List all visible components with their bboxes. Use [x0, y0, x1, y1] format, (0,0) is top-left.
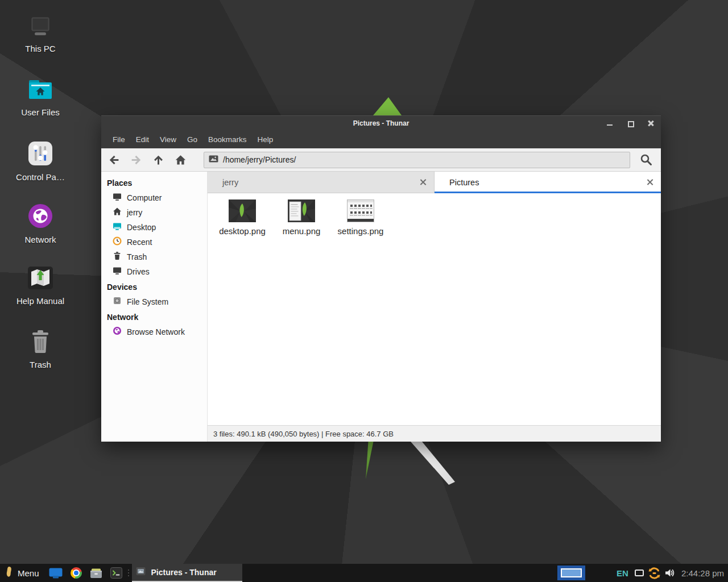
- panel-drag-handle[interactable]: [128, 569, 129, 576]
- sidebar-item-label: jerry: [127, 208, 142, 217]
- chrome-launcher[interactable]: [71, 567, 82, 579]
- sidebar-header-network: Network: [101, 309, 207, 325]
- tab-label: Pictures: [449, 178, 479, 187]
- menu-edit[interactable]: Edit: [131, 135, 155, 144]
- menu-view[interactable]: View: [155, 135, 182, 144]
- home-icon: [113, 207, 122, 218]
- menu-go[interactable]: Go: [182, 135, 203, 144]
- sidebar-item-label: Recent: [127, 238, 152, 247]
- file-name: menu.png: [283, 226, 321, 236]
- minimize-button[interactable]: [606, 120, 613, 127]
- volume-icon[interactable]: [665, 568, 676, 578]
- sliders-icon: [28, 141, 53, 168]
- file-menu-png[interactable]: menu.png: [274, 199, 329, 236]
- clock-icon: [113, 236, 122, 248]
- sidebar-item-label: Trash: [127, 252, 147, 261]
- taskbar-window-button[interactable]: Pictures - Thunar: [132, 564, 242, 582]
- up-button[interactable]: [150, 152, 167, 168]
- menu-bookmarks[interactable]: Bookmarks: [203, 135, 253, 144]
- desktop-icon-help-manual[interactable]: Help Manual: [6, 266, 75, 306]
- taskbar-clock[interactable]: 2:44:28 pm: [681, 568, 724, 578]
- thunar-window: Pictures - Thunar File Edit View Go Book…: [101, 115, 661, 442]
- file-settings-png[interactable]: settings.png: [333, 199, 388, 236]
- sidebar-item-label: Desktop: [127, 223, 156, 232]
- sidebar-item-computer[interactable]: Computer: [101, 190, 207, 205]
- desktop-icon-label: Network: [24, 235, 56, 244]
- file-name: settings.png: [338, 226, 384, 236]
- tab-close-icon[interactable]: [646, 178, 653, 186]
- image-thumbnail: [229, 199, 256, 222]
- sidebar-item-desktop[interactable]: Desktop: [101, 220, 207, 235]
- update-manager-icon[interactable]: [648, 567, 661, 580]
- status-text: 3 files: 490.1 kB (490,050 bytes) | Free…: [213, 430, 394, 438]
- desktop-icon-label: Help Manual: [16, 296, 64, 306]
- window-titlebar[interactable]: Pictures - Thunar: [101, 115, 661, 130]
- workspace-switcher[interactable]: [557, 566, 585, 580]
- start-menu-button[interactable]: Menu: [0, 564, 45, 582]
- tab-close-icon[interactable]: [419, 178, 427, 186]
- home-button[interactable]: [172, 152, 189, 168]
- image-thumbnail: [347, 199, 374, 222]
- tab-bar: jerry Pictures: [208, 172, 661, 193]
- menubar: File Edit View Go Bookmarks Help: [101, 130, 661, 148]
- file-view[interactable]: desktop.png menu.png: [208, 193, 661, 425]
- window-title: Pictures - Thunar: [353, 119, 410, 127]
- system-tray: EN 2:44:28 pm: [557, 566, 728, 580]
- tab-pictures[interactable]: Pictures: [435, 172, 661, 193]
- harddisk-icon: [113, 296, 122, 307]
- folder-home-icon: [27, 78, 53, 103]
- computer-icon: [113, 192, 122, 203]
- show-desktop-button[interactable]: [49, 568, 63, 579]
- close-button[interactable]: [647, 120, 654, 127]
- back-button[interactable]: [106, 152, 122, 168]
- desktop-icon-label: This PC: [25, 44, 55, 53]
- forward-button[interactable]: [128, 152, 144, 168]
- sidebar-item-label: File System: [127, 297, 168, 306]
- tab-jerry[interactable]: jerry: [208, 172, 435, 193]
- desktop-monitor-icon: [113, 222, 122, 233]
- desktop-icon-network[interactable]: Network: [6, 203, 75, 244]
- sidebar-header-places: Places: [101, 175, 207, 190]
- sidebar-item-recent[interactable]: Recent: [101, 235, 207, 250]
- globe-icon: [28, 203, 53, 231]
- sidebar-item-browse-network[interactable]: Browse Network: [101, 325, 207, 339]
- globe-icon: [113, 326, 122, 338]
- desktop-icon-label: Control Pa…: [16, 172, 65, 182]
- trash-icon: [29, 330, 52, 356]
- status-bar: 3 files: 490.1 kB (490,050 bytes) | Free…: [208, 425, 661, 442]
- desktop-icon-this-pc[interactable]: This PC: [6, 17, 75, 53]
- image-file-icon: [209, 155, 218, 165]
- menu-help[interactable]: Help: [253, 135, 279, 144]
- taskbar: Menu Pictures - Thunar EN: [0, 564, 728, 582]
- sidebar-item-file-system[interactable]: File System: [101, 294, 207, 309]
- sidebar-header-devices: Devices: [101, 279, 207, 294]
- sidebar-item-label: Browse Network: [127, 327, 185, 336]
- file-manager-launcher[interactable]: [90, 567, 102, 579]
- menu-label: Menu: [18, 568, 39, 578]
- drive-monitor-icon: [113, 266, 122, 277]
- tab-label: jerry: [222, 178, 238, 187]
- sidebar-item-drives[interactable]: Drives: [101, 264, 207, 279]
- desktop-icon-user-files[interactable]: User Files: [6, 78, 75, 117]
- toolbar: /home/jerry/Pictures/: [101, 148, 661, 172]
- sidebar-item-home-jerry[interactable]: jerry: [101, 205, 207, 220]
- search-button[interactable]: [637, 151, 655, 169]
- terminal-launcher[interactable]: [110, 567, 122, 579]
- file-desktop-png[interactable]: desktop.png: [215, 199, 270, 236]
- desktop-icon-label: User Files: [21, 107, 60, 117]
- trash-icon: [113, 251, 122, 263]
- sidebar-item-label: Computer: [127, 193, 162, 202]
- file-name: desktop.png: [219, 226, 266, 236]
- image-thumbnail: [288, 199, 315, 222]
- path-entry[interactable]: /home/jerry/Pictures/: [204, 152, 630, 168]
- desktop-icon-label: Trash: [30, 360, 51, 369]
- sidebar-item-trash[interactable]: Trash: [101, 250, 207, 264]
- desktop-icon-control-panel[interactable]: Control Pa…: [6, 141, 75, 182]
- maximize-button[interactable]: [627, 120, 634, 127]
- distro-menu-icon: [5, 566, 14, 580]
- desktop-icon-trash[interactable]: Trash: [6, 330, 75, 369]
- notification-monitor-icon[interactable]: [635, 569, 644, 576]
- menu-file[interactable]: File: [107, 135, 131, 144]
- keyboard-layout-indicator[interactable]: EN: [617, 568, 628, 578]
- taskbar-window-label: Pictures - Thunar: [151, 568, 217, 577]
